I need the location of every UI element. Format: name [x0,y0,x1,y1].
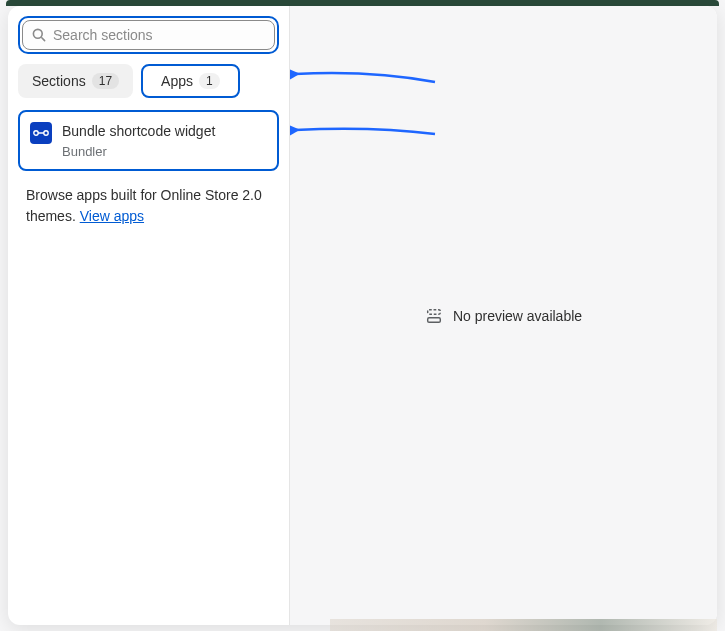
search-highlight-frame [18,16,279,54]
section-icon [425,307,443,325]
tabs: Sections 17 Apps 1 [18,64,279,98]
app-item-vendor: Bundler [62,144,215,159]
svg-rect-5 [428,309,441,314]
search-input[interactable] [53,27,266,43]
tab-apps-label: Apps [161,73,193,89]
tab-sections-count: 17 [92,73,119,89]
search-field[interactable] [22,20,275,50]
preview-message: No preview available [453,308,582,324]
browse-apps-text: Browse apps built for Online Store 2.0 t… [18,185,279,227]
tab-apps[interactable]: Apps 1 [141,64,240,98]
tab-sections-label: Sections [32,73,86,89]
svg-point-3 [44,131,48,135]
sidebar: Sections 17 Apps 1 Bundle shortcode widg… [8,6,290,625]
background-image-strip [330,619,717,631]
app-item-title: Bundle shortcode widget [62,122,215,142]
tab-sections[interactable]: Sections 17 [18,64,133,98]
svg-line-1 [42,38,45,41]
svg-point-0 [33,29,42,38]
preview-empty-state: No preview available [425,307,582,325]
svg-rect-6 [428,317,441,322]
svg-point-2 [34,131,38,135]
view-apps-link[interactable]: View apps [80,208,144,224]
preview-pane: No preview available [290,6,717,625]
app-item-bundle-shortcode[interactable]: Bundle shortcode widget Bundler [18,110,279,171]
tab-apps-count: 1 [199,73,220,89]
add-section-panel: Sections 17 Apps 1 Bundle shortcode widg… [8,6,717,625]
search-icon [31,27,47,43]
app-item-text: Bundle shortcode widget Bundler [62,122,215,159]
bundle-icon [30,122,52,144]
